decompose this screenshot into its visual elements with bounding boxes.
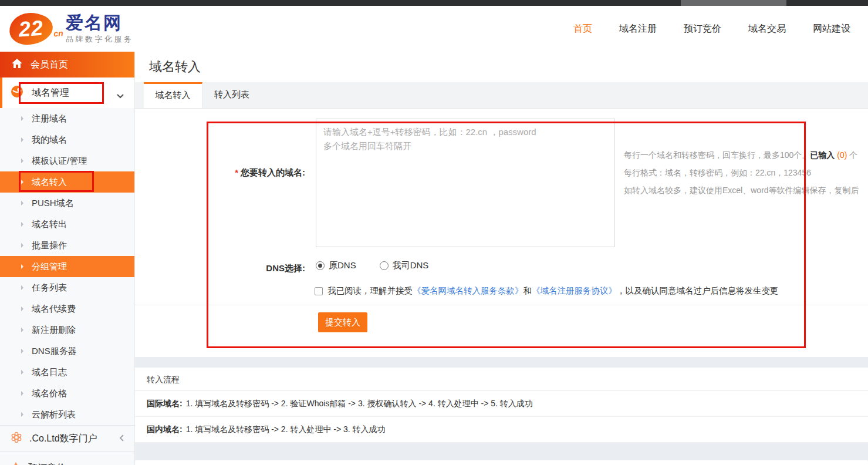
sidebar-group-partial[interactable]: 预订竞价 <box>0 452 134 465</box>
sidebar-item-domain-transfer-in[interactable]: 域名转入 <box>0 171 134 193</box>
chevron-down-icon <box>117 90 124 101</box>
sidebar-group-domain-mgmt[interactable]: 域名管理 <box>0 78 134 108</box>
transfer-terms-link[interactable]: 《爱名网域名转入服务条款》 <box>413 285 523 296</box>
home-icon <box>12 59 22 70</box>
sidebar: 会员首页 域名管理 注册域名 我的域名 模板认证/管理 域名转入 PUSH域名 … <box>0 52 135 465</box>
tab-bar: 域名转入 转入列表 <box>135 82 868 109</box>
required-asterisk: * <box>235 167 238 177</box>
sidebar-item-label: 我的域名 <box>32 134 67 146</box>
hint1-unit: 个 <box>849 150 857 160</box>
flow-domestic-label: 国内域名: <box>147 424 183 435</box>
logo-22-mark: 22 cn <box>8 11 54 46</box>
sidebar-item-label: 域名价格 <box>32 388 67 399</box>
tab-transfer-in-list[interactable]: 转入列表 <box>202 82 261 109</box>
sidebar-item-domain-log[interactable]: 域名日志 <box>0 362 134 383</box>
hint-line-1: 每行一个域名和转移密码，回车换行，最多100个。已输入 (0) 个 <box>624 146 859 164</box>
radio-our-dns-label[interactable]: 我司DNS <box>393 260 429 271</box>
agreement-checkbox[interactable] <box>315 287 323 295</box>
triangle-bullet-icon <box>21 137 23 142</box>
domains-textarea[interactable] <box>316 119 615 247</box>
next-card-sliver <box>135 460 868 465</box>
sidebar-item-label: 任务列表 <box>32 282 67 294</box>
flow-row-domestic: 国内域名: 1. 填写域名及转移密码 -> 2. 转入处理中 -> 3. 转入成… <box>135 417 868 443</box>
dns-field-label: DNS选择: <box>135 263 305 274</box>
sidebar-item-domain-transfer-out[interactable]: 域名转出 <box>0 214 134 235</box>
flow-international-steps: 1. 填写域名及转移密码 -> 2. 验证Whois邮箱 -> 3. 授权确认转… <box>186 399 533 409</box>
triangle-bullet-icon <box>21 285 23 290</box>
sidebar-item-label: 分组管理 <box>32 261 67 272</box>
sidebar-item-register-domain[interactable]: 注册域名 <box>0 108 134 129</box>
form-divider <box>135 305 868 305</box>
sidebar-item-domain-renewal[interactable]: 域名代续费 <box>0 298 134 319</box>
sidebar-item-domain-price[interactable]: 域名价格 <box>0 383 134 404</box>
site-logo[interactable]: 22 cn 爱名网 品牌数字化服务 <box>9 13 134 45</box>
transfer-form-card: *您要转入的域名: 每行一个域名和转移密码，回车换行，最多100个。已输入 (0… <box>135 109 868 357</box>
flow-international-label: 国际域名: <box>147 399 183 409</box>
nav-item-preorder-bidding[interactable]: 预订竞价 <box>684 23 721 35</box>
domains-field-label-text: 您要转入的域名: <box>241 167 305 177</box>
sidebar-group-partial-label: 预订竞价 <box>28 462 66 465</box>
sidebar-item-dns-server[interactable]: DNS服务器 <box>0 341 134 362</box>
radio-our-dns[interactable] <box>380 261 389 270</box>
submit-transfer-button[interactable]: 提交转入 <box>318 312 367 332</box>
triangle-bullet-icon <box>21 412 23 417</box>
sidebar-item-batch-operations[interactable]: 批量操作 <box>0 235 134 256</box>
sidebar-item-label: 新注册删除 <box>32 325 76 336</box>
transfer-flow-card: 转入流程 国际域名: 1. 填写域名及转移密码 -> 2. 验证Whois邮箱 … <box>135 368 868 443</box>
sidebar-group-coltd-portal[interactable]: .Co.Ltd数字门户 <box>0 426 134 451</box>
hint1-entered-label: 已输入 <box>810 150 835 160</box>
sidebar-item-group-management[interactable]: 分组管理 <box>0 256 134 277</box>
triangle-bullet-icon <box>21 116 23 121</box>
radio-original-dns-label[interactable]: 原DNS <box>329 260 356 271</box>
top-navigation: 首页 域名注册 预订竞价 域名交易 网站建设 <box>573 23 850 35</box>
globe-icon <box>11 85 23 100</box>
sidebar-item-template-auth-mgmt[interactable]: 模板认证/管理 <box>0 150 134 171</box>
triangle-bullet-icon <box>21 264 23 269</box>
sidebar-member-home[interactable]: 会员首页 <box>0 52 134 78</box>
triangle-bullet-icon <box>21 370 23 375</box>
sidebar-item-label: 域名转入 <box>32 177 67 188</box>
flow-domestic-steps: 1. 填写域名及转移密码 -> 2. 转入处理中 -> 3. 转入成功 <box>186 424 386 435</box>
radio-original-dns[interactable] <box>316 261 325 270</box>
register-agreement-link[interactable]: 《域名注册服务协议》 <box>532 285 617 296</box>
triangle-bullet-icon <box>21 201 23 205</box>
flow-card-title: 转入流程 <box>135 368 868 391</box>
flower-icon <box>11 432 22 446</box>
agreement-prefix: 我已阅读，理解并接受 <box>327 285 413 296</box>
textarea-hints: 每行一个域名和转移密码，回车换行，最多100个。已输入 (0) 个 每行格式：域… <box>624 146 859 199</box>
sidebar-item-cloud-dns-list[interactable]: 云解析列表 <box>0 404 134 425</box>
flame-icon <box>11 461 21 465</box>
triangle-bullet-icon <box>21 306 23 311</box>
agreement-mid: 和 <box>523 285 532 296</box>
triangle-bullet-icon <box>21 349 23 353</box>
sidebar-item-my-domains[interactable]: 我的域名 <box>0 129 134 150</box>
page-title-bar: 域名转入 <box>135 52 868 82</box>
sidebar-group-domain-mgmt-label: 域名管理 <box>32 87 69 99</box>
triangle-bullet-icon <box>21 391 23 396</box>
sidebar-member-home-label: 会员首页 <box>31 59 68 71</box>
browser-chrome-segment <box>681 0 786 6</box>
nav-item-domain-trading[interactable]: 域名交易 <box>748 23 786 35</box>
nav-item-home[interactable]: 首页 <box>573 23 592 35</box>
hint-line-3: 如转入域名较多，建议使用Excel、word等软件编辑保存，复制后 <box>624 181 859 199</box>
chevron-left-icon <box>119 433 124 444</box>
triangle-bullet-icon <box>21 222 23 227</box>
sidebar-item-task-list[interactable]: 任务列表 <box>0 277 134 298</box>
nav-item-domain-register[interactable]: 域名注册 <box>619 23 657 35</box>
sidebar-item-new-reg-delete[interactable]: 新注册删除 <box>0 319 134 341</box>
logo-number: 22 <box>18 16 45 42</box>
tab-domain-transfer-in[interactable]: 域名转入 <box>144 82 202 109</box>
sidebar-item-label: 云解析列表 <box>32 409 76 420</box>
dns-options: 原DNS 我司DNS <box>316 260 428 271</box>
logo-cn-suffix: cn <box>53 28 63 38</box>
page-title: 域名转入 <box>149 58 201 76</box>
sidebar-item-label: 域名代续费 <box>32 304 76 315</box>
sidebar-item-label: 批量操作 <box>32 240 67 251</box>
sidebar-item-label: 模板认证/管理 <box>32 156 87 167</box>
logo-tagline: 品牌数字化服务 <box>66 34 134 45</box>
sidebar-item-push-domain[interactable]: PUSH域名 <box>0 193 134 214</box>
triangle-bullet-icon <box>21 180 23 184</box>
sidebar-item-label: 域名日志 <box>32 367 67 378</box>
nav-item-website-building[interactable]: 网站建设 <box>813 23 850 35</box>
agreement-row: 我已阅读，理解并接受 《爱名网域名转入服务条款》 和 《域名注册服务协议》 ，以… <box>315 285 779 296</box>
